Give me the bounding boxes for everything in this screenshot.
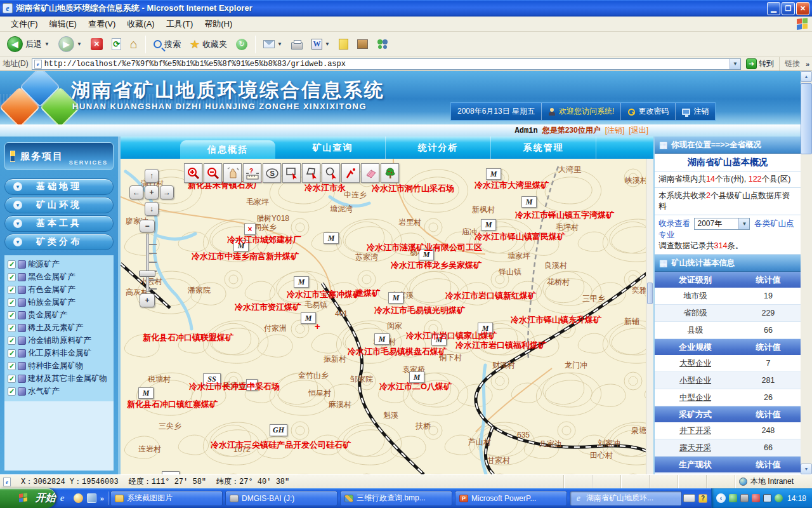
forward-button[interactable]: ▶ ▼ bbox=[55, 35, 85, 53]
mine-label[interactable]: 冷水江市长冲立中采石场 bbox=[189, 381, 280, 392]
taskbar-window[interactable]: e湖南省矿山地质环... bbox=[570, 491, 682, 506]
checkbox-checked-icon[interactable]: ✓ bbox=[8, 298, 16, 307]
checkbox-checked-icon[interactable]: ✓ bbox=[8, 286, 16, 294]
year-select-dropdown-icon[interactable]: ▼ bbox=[738, 218, 749, 229]
sidebar-button[interactable]: ▼矿类分布 bbox=[4, 234, 114, 250]
pan-down-button[interactable]: ↓ bbox=[145, 202, 159, 216]
map-vertical-scrollbar[interactable] bbox=[646, 159, 653, 474]
sidebar-button[interactable]: ▼矿山环境 bbox=[4, 197, 114, 213]
quick-ie-icon[interactable]: e bbox=[60, 493, 70, 503]
tab-1[interactable]: 信息概括 bbox=[180, 140, 275, 159]
menu-item[interactable]: 工具(T) bbox=[160, 17, 199, 32]
mine-label[interactable]: 冷水江市资江煤矿 bbox=[235, 302, 301, 313]
sidebar-button[interactable]: ▼基础地理 bbox=[4, 178, 114, 195]
layer-item[interactable]: ✓水气矿产 bbox=[8, 385, 114, 398]
taskbar-window[interactable]: PMicrosoft PowerP... bbox=[455, 491, 567, 506]
discuss-button[interactable] bbox=[354, 38, 371, 50]
scroll-down-icon[interactable]: ▼ bbox=[801, 464, 812, 474]
mine-label[interactable]: 冷水江市永 bbox=[304, 182, 346, 194]
mine-label[interactable]: 冷水江市毛易镇棋盘石煤矿 bbox=[348, 346, 447, 358]
checkbox-checked-icon[interactable]: ✓ bbox=[8, 349, 16, 358]
menu-item[interactable]: 文件(F) bbox=[5, 17, 44, 32]
eraser-button[interactable] bbox=[361, 163, 379, 183]
go-button[interactable]: ➜ 转到 bbox=[744, 58, 776, 69]
stop-button[interactable]: ✕ bbox=[88, 37, 106, 51]
quick-desktop-icon[interactable] bbox=[87, 493, 96, 503]
tab-4[interactable]: 系统管理 bbox=[491, 137, 596, 159]
tray-icon-monitor[interactable] bbox=[763, 494, 771, 502]
layer-item[interactable]: ✓贵金属矿产 bbox=[8, 309, 114, 321]
zoom-minus-button[interactable]: − bbox=[140, 220, 155, 232]
layer-item[interactable]: ✓铂族金属矿产 bbox=[8, 296, 114, 309]
search-button[interactable]: 搜索 bbox=[150, 37, 184, 51]
close-button[interactable]: ✕ bbox=[796, 2, 809, 15]
checkbox-checked-icon[interactable]: ✓ bbox=[8, 387, 16, 396]
mine-label[interactable]: 冷水江市铎山镇五字湾煤矿 bbox=[515, 210, 614, 221]
mail-button[interactable]: ▼ bbox=[260, 39, 285, 50]
map-marker-M[interactable]: M bbox=[486, 168, 501, 180]
page-scrollbar[interactable]: ▲ ▼ bbox=[801, 71, 812, 474]
maximize-button[interactable]: ❐ bbox=[782, 2, 795, 15]
checkbox-checked-icon[interactable]: ✓ bbox=[8, 337, 16, 345]
pan-right-button[interactable]: → bbox=[160, 185, 174, 199]
pan-left-button[interactable]: ← bbox=[129, 185, 143, 199]
layer-item[interactable]: ✓黑色金属矿产 bbox=[8, 271, 114, 283]
checkbox-checked-icon[interactable]: ✓ bbox=[8, 324, 16, 332]
address-dropdown-icon[interactable]: ▼ bbox=[730, 59, 740, 69]
map-marker-M[interactable]: M bbox=[374, 333, 390, 345]
map-marker-M[interactable]: M bbox=[481, 219, 496, 231]
keyboard-icon[interactable] bbox=[683, 494, 695, 502]
links-chevron-icon[interactable]: » bbox=[806, 60, 809, 68]
exit-link[interactable]: [退出] bbox=[629, 125, 648, 136]
polygon-select-button[interactable] bbox=[302, 163, 320, 183]
mine-label[interactable]: 冷水江市中连乡南宫新井煤矿 bbox=[192, 251, 299, 262]
rect-select-button[interactable] bbox=[282, 163, 301, 183]
layer-item[interactable]: ✓能源矿产 bbox=[8, 258, 114, 271]
edit-word-button[interactable]: W▼ bbox=[308, 37, 333, 51]
map-marker-X[interactable]: × bbox=[244, 224, 256, 235]
mine-label[interactable]: 冷水江市洞竹山采石场 bbox=[372, 183, 454, 194]
mine-label[interactable]: 冷水江市毛易镇光明煤矿 bbox=[374, 305, 465, 316]
map-marker-M[interactable]: M bbox=[138, 387, 154, 399]
tray-icon-green[interactable] bbox=[729, 494, 737, 502]
print-button[interactable] bbox=[288, 38, 306, 51]
minimize-button[interactable]: ▁ bbox=[767, 2, 780, 15]
map-marker-M[interactable]: M bbox=[388, 292, 403, 304]
favorites-button[interactable]: ★ 收藏夹 bbox=[187, 36, 230, 53]
mine-label[interactable]: 冷水江市铎山镇富民煤矿 bbox=[475, 231, 565, 243]
logout-button[interactable]: 注销 bbox=[675, 103, 715, 120]
back-button[interactable]: ◀ 后退 ▼ bbox=[4, 35, 53, 53]
scrollbar-thumb[interactable] bbox=[801, 83, 812, 154]
mine-label[interactable]: 冷水江市宝寨冲煤矿 bbox=[287, 289, 361, 300]
map-marker-M[interactable]: M bbox=[324, 232, 339, 244]
mine-label[interactable]: 冷水江市二O八煤矿 bbox=[379, 381, 452, 392]
taskbar-window[interactable]: 三维行政查询.bmp... bbox=[340, 491, 452, 506]
menu-item[interactable]: 帮助(H) bbox=[199, 17, 238, 32]
forward-dropdown-icon[interactable]: ▼ bbox=[77, 41, 82, 47]
change-password-button[interactable]: 更改密码 bbox=[620, 103, 675, 120]
mine-label[interactable]: 新化县石冲口镇红寨煤矿 bbox=[127, 399, 218, 410]
tab-3[interactable]: 统计分析 bbox=[386, 137, 491, 159]
map-marker-GH[interactable]: GH bbox=[270, 424, 287, 436]
help-icon[interactable]: ? bbox=[698, 494, 707, 503]
zoom-plus-button[interactable]: + bbox=[140, 293, 155, 307]
taskbar-window[interactable]: 系统截图图片 bbox=[110, 491, 223, 506]
zoom-out-button[interactable] bbox=[204, 163, 222, 183]
menu-item[interactable]: 编辑(E) bbox=[44, 17, 82, 32]
mine-label[interactable]: 新化县石冲口镇联盟煤矿 bbox=[143, 332, 233, 344]
legend-tree-button[interactable] bbox=[381, 163, 399, 183]
mine-label[interactable]: 冷水江市大湾里煤矿 bbox=[475, 180, 549, 191]
layer-item[interactable]: ✓冶金辅助原料矿产 bbox=[8, 334, 114, 347]
layer-item[interactable]: ✓有色金属矿产 bbox=[8, 283, 114, 296]
address-input[interactable]: e http://localhost/%e7%9f%bf%e5%b1%b1%e5… bbox=[32, 58, 741, 70]
word-dropdown-icon[interactable]: ▼ bbox=[325, 41, 330, 47]
tab-2[interactable]: 矿山查询 bbox=[280, 137, 386, 159]
taskbar-window[interactable]: DMGIS-BAI (J:) bbox=[225, 491, 337, 506]
checkbox-checked-icon[interactable]: ✓ bbox=[8, 375, 16, 383]
layer-item[interactable]: ✓化工原料非金属矿 bbox=[8, 347, 114, 359]
back-dropdown-icon[interactable]: ▼ bbox=[44, 41, 49, 47]
tray-chevron-icon[interactable]: ‹ bbox=[716, 493, 726, 503]
note-button[interactable] bbox=[336, 37, 351, 51]
mine-label[interactable]: 冷水江市梓龙乡吴家煤矿 bbox=[391, 260, 481, 271]
mine-label[interactable]: 冷水江市铎山镇东升煤矿 bbox=[511, 314, 601, 326]
